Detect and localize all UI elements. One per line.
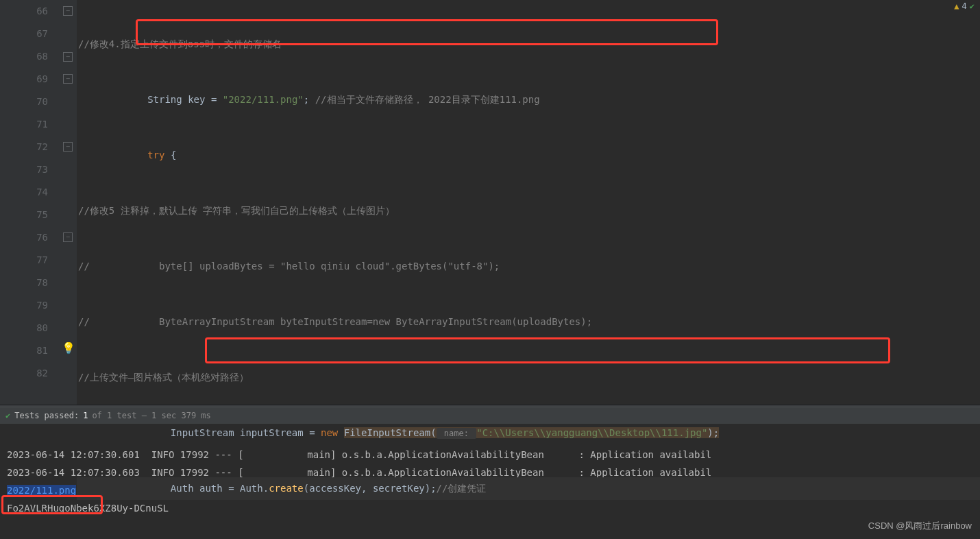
intention-bulb-icon[interactable]: 💡 [62, 342, 75, 355]
fold-toggle[interactable]: − [63, 52, 73, 62]
fold-column: − − − − − 💡 [62, 0, 77, 405]
line-number: 74 [0, 181, 48, 204]
line-number: 82 [0, 362, 48, 385]
line-number: 68 [0, 45, 48, 68]
line-number: 66 [0, 0, 48, 23]
line-number: 80 [0, 317, 48, 339]
code-text: create [269, 483, 304, 494]
line-number: 70 [0, 91, 48, 113]
code-editor[interactable]: ▲ 4 ✔ 66 67 68 69 70 71 72 73 74 75 76 7… [0, 0, 980, 405]
code-text: //修改5 注释掉，默认上传 字符串，写我们自己的上传格式（上传图片） [78, 205, 395, 216]
test-pass-icon: ✔ [5, 411, 10, 420]
code-text: //修改4.指定上传文件到oss时，文件的存储名 [78, 38, 282, 49]
line-number: 71 [0, 113, 48, 136]
code-text: ( [430, 427, 436, 438]
code-text: { [164, 149, 176, 160]
fold-toggle[interactable]: − [63, 232, 73, 242]
code-text: "2022/111.png" [223, 94, 304, 105]
line-number: 72 [0, 136, 48, 158]
line-number: 78 [0, 272, 48, 294]
fold-toggle[interactable]: − [63, 142, 73, 152]
code-text: String [147, 94, 188, 105]
line-gutter: 66 67 68 69 70 71 72 73 74 75 76 77 78 7… [0, 0, 62, 405]
code-text: = [205, 94, 222, 105]
line-number: 73 [0, 158, 48, 181]
code-text: //创建凭证 [437, 483, 487, 494]
line-number: 69 [0, 68, 48, 91]
line-number: 75 [0, 204, 48, 226]
line-number: 79 [0, 294, 48, 317]
line-number: 81 [0, 339, 48, 362]
code-text: key [188, 94, 205, 105]
code-text: "C:\\Users\\yangguang\\Desktop\\111.jpg" [476, 427, 707, 438]
line-number: 76 [0, 226, 48, 249]
fold-toggle[interactable]: − [63, 6, 73, 16]
watermark-text: CSDN @风雨过后rainbow [868, 520, 972, 532]
line-number: 67 [0, 23, 48, 45]
code-text: ; [304, 94, 309, 105]
code-text: ); [707, 427, 719, 438]
code-text: (accessKey, secretKey); [304, 483, 437, 494]
tests-passed-label: Tests passed: [14, 411, 79, 420]
code-text: InputStream inputStream = [171, 427, 321, 438]
code-text: // byte[] uploadBytes = "hello qiniu clo… [78, 261, 500, 272]
code-text: Auth auth = Auth. [171, 483, 269, 494]
code-text [338, 427, 343, 438]
console-link[interactable]: 2022/111.png [7, 485, 76, 496]
code-text: // ByteArrayInputStream byteInputStream=… [78, 316, 592, 327]
param-hint: name: [437, 428, 477, 439]
line-number: 77 [0, 249, 48, 272]
code-content[interactable]: //修改4.指定上传文件到oss时，文件的存储名 String key = "2… [77, 0, 980, 405]
code-text: FileInputStream [344, 427, 430, 438]
code-text: try [147, 149, 164, 160]
annotation-box [205, 337, 890, 363]
code-text: //上传文件—图片格式（本机绝对路径） [78, 372, 249, 383]
fold-toggle[interactable]: − [63, 74, 73, 84]
code-text: new [321, 427, 338, 438]
code-text: //相当于文件存储路径， 2022目录下创建111.png [309, 94, 539, 105]
